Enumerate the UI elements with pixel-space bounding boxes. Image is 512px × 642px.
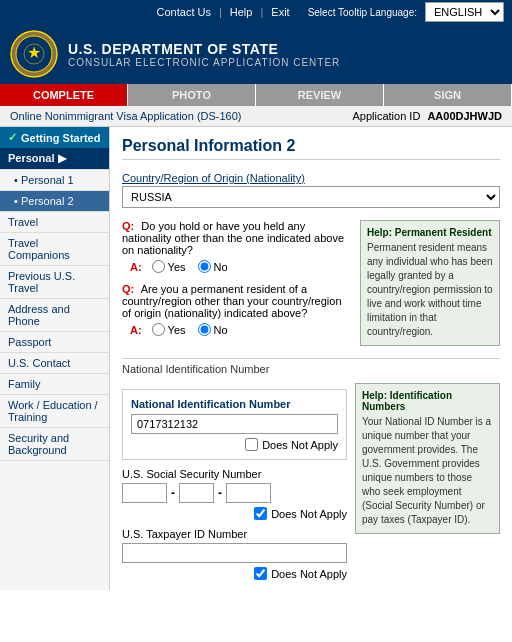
country-section: Country/Region of Origin (Nationality) R…: [122, 172, 500, 208]
header: ★ U.S. DEPARTMENT OF STATE CONSULAR ELEC…: [0, 24, 512, 84]
sidebar-item-security[interactable]: Security and Background: [0, 428, 109, 461]
country-link[interactable]: Country/Region of Origin (Nationality): [122, 172, 305, 184]
tab-review[interactable]: REVIEW: [256, 84, 384, 106]
agency-name: U.S. DEPARTMENT OF STATE: [68, 41, 502, 57]
sidebar-item-work-education[interactable]: Work / Education / Training: [0, 395, 109, 428]
language-select[interactable]: ENGLISH: [425, 2, 504, 22]
help-identification: Help: Identification Numbers Your Nation…: [355, 383, 500, 580]
q1-answer: A: Yes No: [130, 260, 352, 273]
q1-yes-label[interactable]: Yes: [152, 260, 186, 273]
app-id-bar: Online Nonimmigrant Visa Application (DS…: [0, 106, 512, 127]
taxpayer-label: U.S. Taxpayer ID Number: [122, 528, 347, 540]
taxpayer-dna-label: Does Not Apply: [271, 568, 347, 580]
q2-yes-radio[interactable]: [152, 323, 165, 336]
tab-complete[interactable]: COMPLETE: [0, 84, 128, 106]
page-title: Personal Information 2: [122, 137, 500, 160]
agency-seal: ★: [10, 30, 58, 78]
sidebar-item-us-contact[interactable]: U.S. Contact: [0, 353, 109, 374]
help-identification-text: Your National ID Number is a unique numb…: [362, 415, 493, 527]
taxpayer-input[interactable]: [122, 543, 347, 563]
help-box-identification: Help: Identification Numbers Your Nation…: [355, 383, 500, 534]
top-bar: Contact Us | Help | Exit Select Tooltip …: [0, 0, 512, 24]
q2-block: Q: Are you a permanent resident of a cou…: [122, 283, 352, 336]
q1-yes-radio[interactable]: [152, 260, 165, 273]
q2-answer: A: Yes No: [130, 323, 352, 336]
q1-no-label[interactable]: No: [198, 260, 228, 273]
division-name: CONSULAR ELECTRONIC APPLICATION CENTER: [68, 57, 502, 68]
app-id-value: AA00DJHWJD: [427, 110, 502, 122]
q2-question: Q: Are you a permanent resident of a cou…: [122, 283, 352, 319]
q1-block: Q: Do you hold or have you held any nati…: [122, 220, 352, 273]
national-id-section: National Identification Number Does Not …: [122, 389, 347, 460]
exit-link[interactable]: Exit: [271, 6, 289, 18]
national-id-title: National Identification Number: [131, 398, 338, 410]
contact-us-link[interactable]: Contact Us: [157, 6, 211, 18]
tooltip-label: Select Tooltip Language:: [308, 7, 417, 18]
sidebar-section-getting-started: ✓ Getting Started: [0, 127, 109, 148]
ssn-section: U.S. Social Security Number - - Does Not…: [122, 468, 347, 520]
q1-no-radio[interactable]: [198, 260, 211, 273]
progress-bar: COMPLETE PHOTO REVIEW SIGN: [0, 84, 512, 106]
help-permanent-resident: Help: Permanent Resident Permanent resid…: [360, 220, 500, 354]
sidebar-item-passport[interactable]: Passport: [0, 332, 109, 353]
lower-left: National Identification Number Does Not …: [122, 383, 355, 580]
sidebar-item-family[interactable]: Family: [0, 374, 109, 395]
lower-section: National Identification Number Does Not …: [122, 383, 500, 580]
ssn-fields: - -: [122, 483, 347, 503]
sidebar-item-previous-us-travel[interactable]: Previous U.S. Travel: [0, 266, 109, 299]
national-id-input[interactable]: [131, 414, 338, 434]
taxpayer-section: U.S. Taxpayer ID Number Does Not Apply: [122, 528, 347, 580]
app-id: Application ID AA00DJHWJD: [352, 110, 502, 122]
q1-question: Q: Do you hold or have you held any nati…: [122, 220, 352, 256]
tab-sign[interactable]: SIGN: [384, 84, 512, 106]
q1-section: Q: Do you hold or have you held any nati…: [122, 220, 500, 354]
taxpayer-dna-row: Does Not Apply: [122, 567, 347, 580]
q2-yes-label[interactable]: Yes: [152, 323, 186, 336]
sidebar: ✓ Getting Started Personal ▶ • Personal …: [0, 127, 110, 590]
ssn-input-3[interactable]: [226, 483, 271, 503]
tab-photo[interactable]: PHOTO: [128, 84, 256, 106]
taxpayer-dna-checkbox[interactable]: [254, 567, 267, 580]
help-identification-title: Help: Identification Numbers: [362, 390, 493, 412]
sidebar-item-address-phone[interactable]: Address and Phone: [0, 299, 109, 332]
q2-no-radio[interactable]: [198, 323, 211, 336]
ssn-dna-label: Does Not Apply: [271, 508, 347, 520]
ssn-label: U.S. Social Security Number: [122, 468, 347, 480]
help-permanent-resident-title: Help: Permanent Resident: [367, 227, 493, 238]
ssn-input-1[interactable]: [122, 483, 167, 503]
country-label: Country/Region of Origin (Nationality): [122, 172, 500, 184]
national-id-dna-label: Does Not Apply: [262, 439, 338, 451]
q2-no-label[interactable]: No: [198, 323, 228, 336]
main-layout: ✓ Getting Started Personal ▶ • Personal …: [0, 127, 512, 590]
content-area: Personal Information 2 Country/Region of…: [110, 127, 512, 590]
sidebar-item-travel-companions[interactable]: Travel Companions: [0, 233, 109, 266]
national-id-dna-checkbox[interactable]: [245, 438, 258, 451]
sidebar-item-personal2[interactable]: • Personal 2: [0, 191, 109, 212]
help-permanent-resident-text: Permanent resident means any individual …: [367, 241, 493, 339]
national-id-section-label: National Identification Number: [122, 363, 500, 375]
svg-text:★: ★: [27, 44, 41, 61]
q2-radio-group: Yes No: [152, 323, 228, 336]
ssn-dna-row: Does Not Apply: [122, 507, 347, 520]
help-box-permanent-resident: Help: Permanent Resident Permanent resid…: [360, 220, 500, 346]
ssn-dna-checkbox[interactable]: [254, 507, 267, 520]
header-text: U.S. DEPARTMENT OF STATE CONSULAR ELECTR…: [68, 41, 502, 68]
sidebar-item-personal[interactable]: Personal ▶: [0, 148, 109, 170]
sidebar-item-personal1[interactable]: • Personal 1: [0, 170, 109, 191]
q1-radio-group: Yes No: [152, 260, 228, 273]
ssn-input-2[interactable]: [179, 483, 214, 503]
national-id-dna-row: Does Not Apply: [131, 438, 338, 451]
check-icon: ✓: [8, 131, 17, 144]
sidebar-item-travel[interactable]: Travel: [0, 212, 109, 233]
app-title: Online Nonimmigrant Visa Application (DS…: [10, 110, 242, 122]
help-link[interactable]: Help: [230, 6, 253, 18]
country-select[interactable]: RUSSIA: [122, 186, 500, 208]
